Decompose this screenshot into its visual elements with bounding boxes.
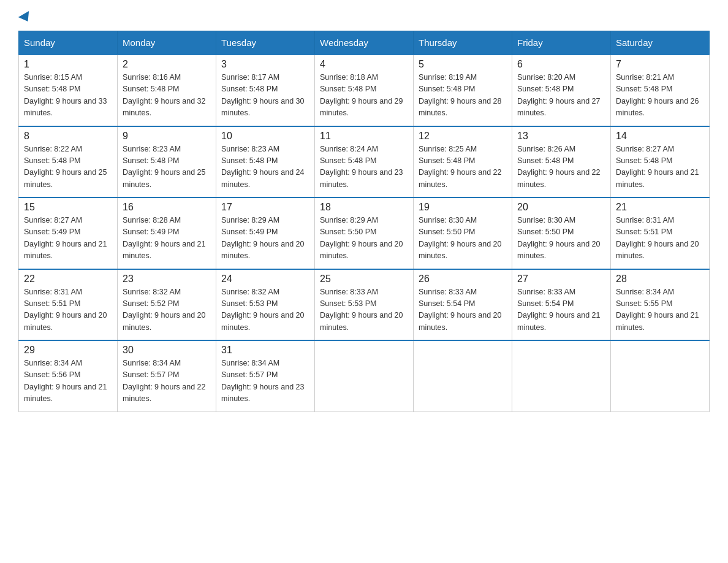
calendar-table: SundayMondayTuesdayWednesdayThursdayFrid… bbox=[18, 31, 710, 412]
day-number: 6 bbox=[517, 59, 605, 70]
day-info: Sunrise: 8:34 AMSunset: 5:55 PMDaylight:… bbox=[616, 288, 699, 332]
day-info: Sunrise: 8:28 AMSunset: 5:49 PMDaylight:… bbox=[123, 216, 206, 260]
day-number: 12 bbox=[419, 131, 507, 142]
day-info: Sunrise: 8:33 AMSunset: 5:54 PMDaylight:… bbox=[517, 288, 601, 332]
day-cell: 15 Sunrise: 8:27 AMSunset: 5:49 PMDaylig… bbox=[19, 197, 118, 269]
day-info: Sunrise: 8:22 AMSunset: 5:48 PMDaylight:… bbox=[24, 145, 107, 189]
day-cell: 10 Sunrise: 8:23 AMSunset: 5:48 PMDaylig… bbox=[216, 126, 315, 198]
logo-triangle-icon bbox=[18, 11, 33, 25]
week-row-1: 1 Sunrise: 8:15 AMSunset: 5:48 PMDayligh… bbox=[19, 55, 710, 126]
day-number: 11 bbox=[320, 131, 408, 142]
day-cell: 13 Sunrise: 8:26 AMSunset: 5:48 PMDaylig… bbox=[512, 126, 611, 198]
day-number: 2 bbox=[123, 59, 211, 70]
day-cell: 1 Sunrise: 8:15 AMSunset: 5:48 PMDayligh… bbox=[19, 55, 118, 126]
day-number: 15 bbox=[24, 202, 112, 213]
day-cell: 19 Sunrise: 8:30 AMSunset: 5:50 PMDaylig… bbox=[414, 197, 512, 269]
day-cell: 8 Sunrise: 8:22 AMSunset: 5:48 PMDayligh… bbox=[19, 126, 118, 198]
day-number: 5 bbox=[419, 59, 507, 70]
day-info: Sunrise: 8:31 AMSunset: 5:51 PMDaylight:… bbox=[616, 216, 699, 260]
day-info: Sunrise: 8:17 AMSunset: 5:48 PMDaylight:… bbox=[221, 73, 305, 117]
day-info: Sunrise: 8:27 AMSunset: 5:48 PMDaylight:… bbox=[616, 145, 699, 189]
day-cell: 7 Sunrise: 8:21 AMSunset: 5:48 PMDayligh… bbox=[611, 55, 710, 126]
day-cell: 11 Sunrise: 8:24 AMSunset: 5:48 PMDaylig… bbox=[315, 126, 414, 198]
day-number: 26 bbox=[419, 274, 507, 285]
day-cell: 30 Sunrise: 8:34 AMSunset: 5:57 PMDaylig… bbox=[118, 340, 216, 412]
day-cell: 5 Sunrise: 8:19 AMSunset: 5:48 PMDayligh… bbox=[414, 55, 512, 126]
header-monday: Monday bbox=[118, 31, 216, 55]
header-saturday: Saturday bbox=[611, 31, 710, 55]
header-friday: Friday bbox=[512, 31, 611, 55]
day-info: Sunrise: 8:34 AMSunset: 5:57 PMDaylight:… bbox=[221, 359, 305, 403]
header-thursday: Thursday bbox=[414, 31, 512, 55]
day-number: 1 bbox=[24, 59, 112, 70]
day-cell: 4 Sunrise: 8:18 AMSunset: 5:48 PMDayligh… bbox=[315, 55, 414, 126]
day-number: 22 bbox=[24, 274, 112, 285]
day-number: 4 bbox=[320, 59, 408, 70]
day-info: Sunrise: 8:23 AMSunset: 5:48 PMDaylight:… bbox=[123, 145, 206, 189]
calendar-body: 1 Sunrise: 8:15 AMSunset: 5:48 PMDayligh… bbox=[19, 55, 710, 412]
logo bbox=[18, 12, 32, 21]
week-row-2: 8 Sunrise: 8:22 AMSunset: 5:48 PMDayligh… bbox=[19, 126, 710, 198]
day-number: 7 bbox=[616, 59, 704, 70]
day-number: 27 bbox=[517, 274, 605, 285]
day-number: 13 bbox=[517, 131, 605, 142]
week-row-4: 22 Sunrise: 8:31 AMSunset: 5:51 PMDaylig… bbox=[19, 269, 710, 341]
day-number: 14 bbox=[616, 131, 704, 142]
day-number: 18 bbox=[320, 202, 408, 213]
day-info: Sunrise: 8:29 AMSunset: 5:49 PMDaylight:… bbox=[221, 216, 305, 260]
day-info: Sunrise: 8:34 AMSunset: 5:56 PMDaylight:… bbox=[24, 359, 107, 403]
day-cell: 9 Sunrise: 8:23 AMSunset: 5:48 PMDayligh… bbox=[118, 126, 216, 198]
week-row-5: 29 Sunrise: 8:34 AMSunset: 5:56 PMDaylig… bbox=[19, 340, 710, 412]
day-cell: 26 Sunrise: 8:33 AMSunset: 5:54 PMDaylig… bbox=[414, 269, 512, 341]
day-info: Sunrise: 8:33 AMSunset: 5:53 PMDaylight:… bbox=[320, 288, 403, 332]
day-info: Sunrise: 8:25 AMSunset: 5:48 PMDaylight:… bbox=[419, 145, 502, 189]
week-row-3: 15 Sunrise: 8:27 AMSunset: 5:49 PMDaylig… bbox=[19, 197, 710, 269]
day-cell: 31 Sunrise: 8:34 AMSunset: 5:57 PMDaylig… bbox=[216, 340, 315, 412]
day-number: 9 bbox=[123, 131, 211, 142]
day-number: 21 bbox=[616, 202, 704, 213]
day-cell: 24 Sunrise: 8:32 AMSunset: 5:53 PMDaylig… bbox=[216, 269, 315, 341]
day-info: Sunrise: 8:31 AMSunset: 5:51 PMDaylight:… bbox=[24, 288, 107, 332]
day-info: Sunrise: 8:24 AMSunset: 5:48 PMDaylight:… bbox=[320, 145, 403, 189]
day-info: Sunrise: 8:16 AMSunset: 5:48 PMDaylight:… bbox=[123, 73, 206, 117]
day-info: Sunrise: 8:32 AMSunset: 5:53 PMDaylight:… bbox=[221, 288, 305, 332]
day-info: Sunrise: 8:15 AMSunset: 5:48 PMDaylight:… bbox=[24, 73, 107, 117]
day-cell bbox=[315, 340, 414, 412]
day-number: 31 bbox=[221, 345, 309, 356]
day-cell: 2 Sunrise: 8:16 AMSunset: 5:48 PMDayligh… bbox=[118, 55, 216, 126]
day-info: Sunrise: 8:32 AMSunset: 5:52 PMDaylight:… bbox=[123, 288, 206, 332]
day-info: Sunrise: 8:20 AMSunset: 5:48 PMDaylight:… bbox=[517, 73, 601, 117]
day-cell bbox=[512, 340, 611, 412]
day-number: 29 bbox=[24, 345, 112, 356]
day-info: Sunrise: 8:34 AMSunset: 5:57 PMDaylight:… bbox=[123, 359, 206, 403]
day-info: Sunrise: 8:30 AMSunset: 5:50 PMDaylight:… bbox=[517, 216, 601, 260]
day-cell: 18 Sunrise: 8:29 AMSunset: 5:50 PMDaylig… bbox=[315, 197, 414, 269]
day-info: Sunrise: 8:29 AMSunset: 5:50 PMDaylight:… bbox=[320, 216, 403, 260]
day-number: 10 bbox=[221, 131, 309, 142]
day-cell: 23 Sunrise: 8:32 AMSunset: 5:52 PMDaylig… bbox=[118, 269, 216, 341]
day-cell: 3 Sunrise: 8:17 AMSunset: 5:48 PMDayligh… bbox=[216, 55, 315, 126]
header-wednesday: Wednesday bbox=[315, 31, 414, 55]
day-number: 30 bbox=[123, 345, 211, 356]
page-header bbox=[18, 12, 710, 21]
day-cell: 6 Sunrise: 8:20 AMSunset: 5:48 PMDayligh… bbox=[512, 55, 611, 126]
day-number: 16 bbox=[123, 202, 211, 213]
day-cell: 27 Sunrise: 8:33 AMSunset: 5:54 PMDaylig… bbox=[512, 269, 611, 341]
calendar-header: SundayMondayTuesdayWednesdayThursdayFrid… bbox=[19, 31, 710, 55]
header-tuesday: Tuesday bbox=[216, 31, 315, 55]
day-info: Sunrise: 8:21 AMSunset: 5:48 PMDaylight:… bbox=[616, 73, 699, 117]
header-sunday: Sunday bbox=[19, 31, 118, 55]
day-info: Sunrise: 8:23 AMSunset: 5:48 PMDaylight:… bbox=[221, 145, 305, 189]
day-number: 3 bbox=[221, 59, 309, 70]
day-info: Sunrise: 8:33 AMSunset: 5:54 PMDaylight:… bbox=[419, 288, 502, 332]
day-cell bbox=[414, 340, 512, 412]
day-number: 17 bbox=[221, 202, 309, 213]
day-cell: 21 Sunrise: 8:31 AMSunset: 5:51 PMDaylig… bbox=[611, 197, 710, 269]
day-info: Sunrise: 8:18 AMSunset: 5:48 PMDaylight:… bbox=[320, 73, 403, 117]
day-number: 8 bbox=[24, 131, 112, 142]
day-number: 24 bbox=[221, 274, 309, 285]
day-info: Sunrise: 8:30 AMSunset: 5:50 PMDaylight:… bbox=[419, 216, 502, 260]
day-cell: 12 Sunrise: 8:25 AMSunset: 5:48 PMDaylig… bbox=[414, 126, 512, 198]
day-number: 20 bbox=[517, 202, 605, 213]
day-info: Sunrise: 8:26 AMSunset: 5:48 PMDaylight:… bbox=[517, 145, 601, 189]
